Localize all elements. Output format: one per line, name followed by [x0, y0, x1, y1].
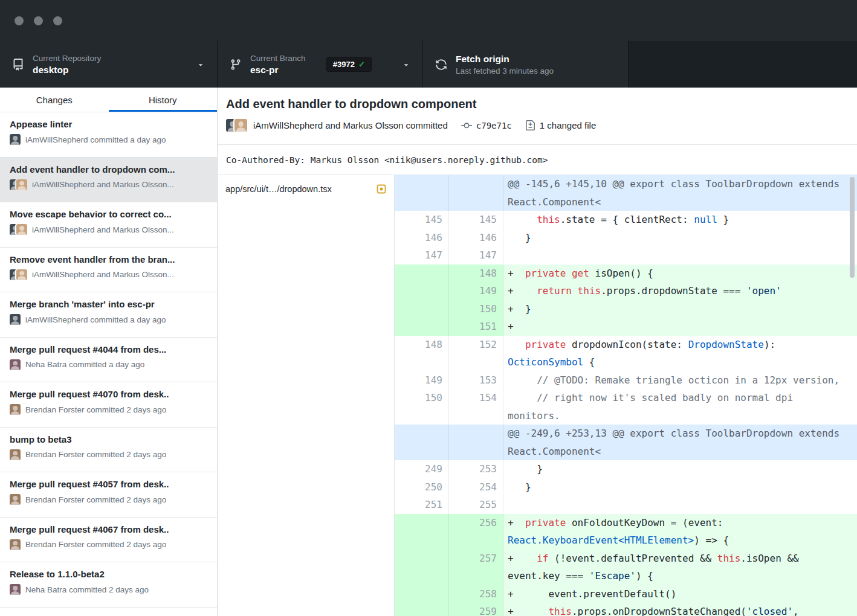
branch-name: esc-pr — [250, 65, 306, 75]
diff-row: 145145 this.state = { clientRect: null } — [395, 211, 857, 229]
window-zoom-button[interactable] — [53, 16, 62, 25]
commit-list-item[interactable]: Remove event handler from the bran...iAm… — [0, 248, 217, 293]
diff-row: 149153 // @TODO: Remake triangle octicon… — [395, 371, 857, 390]
diff-row: 148152 private dropdownIcon(state: Dropd… — [395, 336, 857, 371]
diff-scrollbar-thumb[interactable] — [850, 177, 855, 278]
toolbar-empty-area — [629, 41, 857, 88]
diff-row: 251255 — [395, 496, 857, 514]
git-branch-icon — [230, 59, 242, 71]
fetch-origin-button[interactable]: Fetch origin Last fetched 3 minutes ago — [423, 41, 629, 88]
avatar-stack — [10, 584, 21, 595]
file-list-item[interactable]: app/src/ui/t…/dropdown.tsx — [218, 175, 394, 202]
commit-item-byline: Brendan Forster committed 2 days ago — [25, 405, 166, 414]
repository-switcher-button[interactable]: Current Repository desktop — [0, 41, 218, 88]
new-line-number: 151 — [449, 318, 503, 336]
diff-row: @@ -249,6 +253,13 @@ export class Toolba… — [395, 425, 857, 460]
commit-item-title: Merge pull request #4067 from desk.. — [10, 524, 207, 534]
fetch-title: Fetch origin — [456, 54, 554, 65]
avatar — [16, 269, 27, 280]
file-path: app/src/ui/t…/dropdown.tsx — [225, 184, 377, 194]
avatar — [10, 359, 21, 370]
avatar-stack — [10, 539, 21, 550]
old-line-number — [395, 282, 449, 300]
commit-item-title: Merge branch 'master' into esc-pr — [10, 299, 207, 309]
avatar — [10, 494, 21, 505]
sync-icon — [435, 59, 447, 71]
tab-changes[interactable]: Changes — [0, 88, 109, 112]
commit-sha: c79e71c — [476, 121, 512, 130]
commit-item-meta: iAmWillShepherd and Markus Olsson... — [10, 224, 207, 235]
changed-files-count: 1 changed file — [540, 120, 596, 130]
avatar-stack — [10, 449, 21, 460]
commit-list-item[interactable]: Move escape behavior to correct co...iAm… — [0, 202, 217, 248]
window-close-button[interactable] — [15, 16, 24, 25]
old-line-number — [395, 300, 449, 318]
window-titlebar — [0, 0, 857, 41]
diff-row: 249253 } — [395, 460, 857, 478]
old-line-number — [395, 265, 449, 283]
commit-list-item[interactable]: Merge pull request #4070 from desk..Bren… — [0, 382, 217, 428]
file-diff-icon — [525, 120, 535, 130]
diff-code-line: + if (!event.defaultPrevented && this.is… — [503, 550, 857, 585]
diff-code-line: + return this.props.dropdownState === 'o… — [503, 282, 857, 300]
new-line-number: 145 — [449, 211, 503, 229]
commit-list-item[interactable]: Release to 1.1.0-beta2Neha Batra committ… — [0, 562, 217, 608]
commit-list: Appease linteriAmWillShepherd committed … — [0, 112, 217, 616]
commit-list-item[interactable]: Add event handler to dropdown com...iAmW… — [0, 158, 217, 203]
diff-code-line: @@ -145,6 +145,10 @@ export class Toolba… — [503, 175, 857, 211]
commit-authors-avatars — [226, 119, 247, 132]
git-commit-icon — [461, 120, 472, 131]
diff-row: 250254 } — [395, 478, 857, 496]
commit-list-item[interactable]: Merge pull request #4067 from desk..Bren… — [0, 518, 217, 563]
commit-list-item[interactable]: Merge pull request #4044 from des...Neha… — [0, 338, 217, 383]
commit-item-meta: Brendan Forster committed 2 days ago — [10, 539, 207, 550]
commit-list-item[interactable]: Appease linteriAmWillShepherd committed … — [0, 112, 217, 158]
pr-badge: #3972 ✓ — [326, 57, 372, 72]
old-line-number — [395, 425, 449, 460]
diff-code-line: // @TODO: Remake triangle octicon in a 1… — [503, 371, 857, 390]
diff-row: 146146 } — [395, 229, 857, 247]
diff-row: 147147 — [395, 246, 857, 265]
commit-list-item[interactable]: Merge pull request #4057 from desk..Bren… — [0, 472, 217, 518]
commit-item-title: Remove event handler from the bran... — [10, 254, 207, 265]
old-line-number: 250 — [395, 478, 449, 496]
diff-row: 256+ private onFoldoutKeyDown = (event: … — [395, 514, 857, 550]
old-line-number — [395, 514, 449, 550]
new-line-number: 255 — [449, 496, 503, 514]
avatar — [10, 584, 21, 595]
old-line-number — [395, 175, 449, 211]
new-line-number: 154 — [449, 389, 503, 425]
tab-history[interactable]: History — [109, 88, 218, 112]
diff-code-line: + this.props.onDropdownStateChanged('clo… — [503, 603, 857, 616]
commit-item-byline: Neha Batra committed a day ago — [25, 360, 144, 369]
avatar — [10, 449, 21, 460]
commit-list-item[interactable]: Merge pull request #4072 from des...Bren… — [0, 608, 217, 616]
new-line-number: 256 — [449, 514, 503, 550]
commit-item-meta: Neha Batra committed a day ago — [10, 359, 207, 370]
new-line-number: 146 — [449, 229, 503, 247]
changed-files-panel: app/src/ui/t…/dropdown.tsx — [218, 175, 395, 616]
branch-switcher-button[interactable]: Current Branch esc-pr #3972 ✓ — [218, 41, 423, 88]
branch-label: Current Branch — [250, 54, 306, 63]
commit-item-byline: iAmWillShepherd and Markus Olsson... — [32, 270, 174, 279]
diff-code-line: private dropdownIcon(state: DropdownStat… — [503, 336, 857, 371]
diff-code-line: // right now it's scaled badly on normal… — [503, 389, 857, 425]
commit-item-title: Move escape behavior to correct co... — [10, 209, 207, 219]
new-line-number: 149 — [449, 282, 503, 300]
commit-list-item[interactable]: bump to beta3Brendan Forster committed 2… — [0, 428, 217, 473]
app-toolbar: Current Repository desktop Current Branc… — [0, 41, 857, 88]
avatar-stack — [226, 119, 247, 132]
diff-row: 257+ if (!event.defaultPrevented && this… — [395, 550, 857, 585]
commit-item-meta: iAmWillShepherd and Markus Olsson... — [10, 179, 207, 190]
repo-label: Current Repository — [33, 54, 101, 63]
diff-code-line — [503, 496, 857, 514]
new-line-number: 153 — [449, 371, 503, 390]
commit-list-item[interactable]: Merge branch 'master' into esc-priAmWill… — [0, 292, 217, 338]
diff-code-line: this.state = { clientRect: null } — [503, 211, 857, 229]
avatar — [10, 134, 21, 145]
diff-code-line: } — [503, 478, 857, 496]
commit-item-meta: iAmWillShepherd committed a day ago — [10, 314, 207, 325]
avatar — [16, 179, 27, 190]
diff-row: 151+ — [395, 318, 857, 336]
window-minimize-button[interactable] — [34, 16, 43, 25]
